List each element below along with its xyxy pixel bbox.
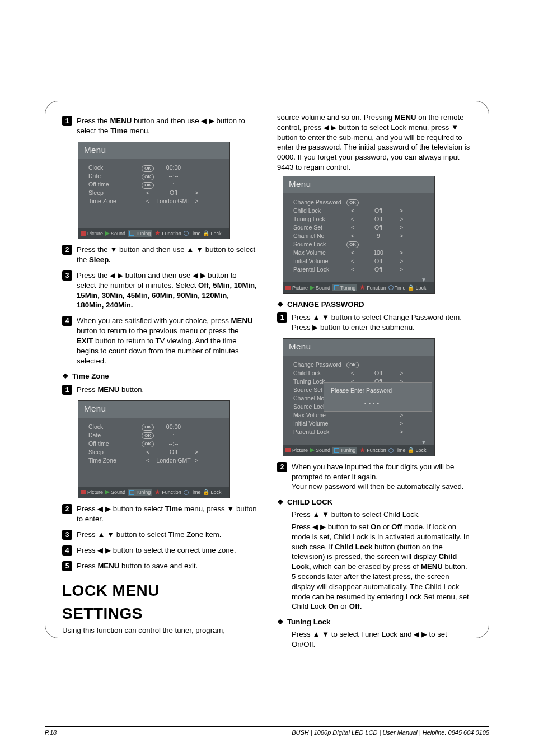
osd-row: DateOK--:-- (88, 172, 223, 180)
step-number-icon: 1 (277, 312, 287, 323)
osd-row: Parental Lock> (293, 427, 428, 436)
osd-row: ClockOK00:00 (88, 422, 223, 431)
lock-intro-tail: Using this function can control the tune… (62, 626, 257, 636)
osd-row: Off timeOK--:-- (88, 439, 223, 447)
osd-row: Change PasswordOK (293, 360, 428, 368)
step-2: 2 Press the ▼ button and then use ▲ ▼ bu… (62, 245, 257, 265)
osd-row: Time Zone<London GMT> (88, 197, 223, 206)
osd-row: Max Volume<100> (293, 248, 428, 256)
page-footer: P.18 BUSH | 1080p Digital LED LCD | User… (45, 726, 489, 736)
right-column: source volume and so on. Pressing MENU o… (277, 113, 472, 627)
overlay-value: ---- (331, 399, 415, 407)
osd-row: Max Volume> (293, 410, 428, 419)
osd-footer-sound: Sound (310, 447, 330, 454)
subhead-tuning-lock: Tuning Lock (277, 617, 472, 627)
osd-row: Time Zone<London GMT> (88, 456, 223, 464)
page-content-frame: 1 Press the MENU button and then use ◀ ▶… (45, 101, 489, 638)
tz-step-3: 3 Press ▲ ▼ button to select Time Zone i… (62, 530, 257, 540)
step-number-icon: 4 (62, 545, 72, 556)
heading-settings: SETTINGS (62, 603, 257, 624)
osd-footer-time: Time (184, 230, 201, 237)
osd-footer-picture: Picture (285, 447, 308, 454)
step-number-icon: 1 (62, 116, 72, 126)
osd-footer-picture: Picture (81, 489, 103, 496)
footer-text: BUSH | 1080p Digital LED LCD | User Manu… (292, 729, 489, 736)
left-column: 1 Press the MENU button and then use ◀ ▶… (62, 113, 257, 627)
subhead-child-lock: CHILD LOCK (277, 497, 472, 507)
osd-row: Initial Volume<Off> (293, 256, 428, 265)
osd-footer-sound: Sound (105, 489, 125, 496)
osd-footer-function: ★Function (359, 284, 386, 291)
child-lock-line1: Press ▲ ▼ button to select Child Lock. (292, 510, 472, 520)
osd-title: Menu (283, 176, 434, 193)
osd-row: Change PasswordOK (293, 198, 428, 206)
osd-row: Tuning Lock<Off> (293, 214, 428, 223)
subhead-change-password: CHANGE PASSWORD (277, 300, 472, 310)
osd-lock-menu-password: Menu Change PasswordOKChild Lock<Off>Tun… (283, 338, 435, 456)
step-3: 3 Press the ◀ ▶ button and then use ◀ ▶ … (62, 270, 257, 310)
osd-row: Off timeOK--:-- (88, 180, 223, 189)
osd-footer-tuning: Tuning (128, 230, 152, 237)
step-number-icon: 2 (62, 245, 72, 255)
step-number-icon: 5 (62, 561, 72, 571)
osd-row: DateOK--:-- (88, 431, 223, 439)
osd-footer-tuning: Tuning (128, 489, 152, 496)
step-4: 4 When you are satisfied with your choic… (62, 316, 257, 366)
osd-row: Parental Lock<Off> (293, 265, 428, 273)
tz-step-5: 5 Press MENU button to save and exit. (62, 561, 257, 571)
osd-title: Menu (78, 401, 229, 418)
page-number: P.18 (45, 729, 57, 736)
osd-footer-tuning: Tuning (332, 447, 357, 454)
osd-row: Initial Volume> (293, 419, 428, 427)
osd-footer-tuning: Tuning (332, 284, 357, 291)
osd-footer-picture: Picture (285, 284, 308, 291)
osd-footer-function: ★Function (154, 230, 181, 237)
osd-row: Sleep<Off> (88, 447, 223, 456)
tz-step-1: 1 Press MENU button. (62, 385, 257, 395)
osd-footer-picture: Picture (81, 230, 103, 237)
step-number-icon: 3 (62, 530, 72, 540)
osd-footer-function: ★Function (154, 489, 181, 496)
osd-footer-time: Time (184, 489, 201, 496)
osd-title: Menu (78, 142, 229, 159)
password-overlay: Please Enter Password ---- (324, 382, 432, 412)
osd-row: Child Lock<Off> (293, 206, 428, 214)
osd-footer-time: Time (388, 447, 406, 454)
step-number-icon: 3 (62, 270, 72, 281)
cp-step-2: 2 When you have inputted the four digits… (277, 462, 472, 492)
tz-step-2: 2 Press ◀ ▶ button to select Time menu, … (62, 504, 257, 524)
osd-row: ClockOK00:00 (88, 164, 223, 172)
step-number-icon: 2 (277, 462, 287, 472)
osd-footer-sound: Sound (105, 230, 125, 237)
cp-step-1: 1 Press ▲ ▼ button to select Change Pass… (277, 312, 472, 333)
osd-row: Child Lock<Off> (293, 368, 428, 377)
step-number-icon: 2 (62, 504, 72, 514)
osd-row: Channel No<9> (293, 231, 428, 240)
step-number-icon: 1 (62, 385, 72, 395)
step-1: 1 Press the MENU button and then use ◀ ▶… (62, 116, 257, 136)
osd-footer-lock: 🔒Lock (203, 230, 221, 237)
lock-intro: source volume and so on. Pressing MENU o… (277, 113, 472, 172)
tz-step-4: 4 Press ◀ ▶ button to select the correct… (62, 545, 257, 556)
heading-lock-menu: LOCK MENU (62, 580, 257, 601)
osd-time-menu-1: Menu ClockOK00:00DateOK--:--Off timeOK--… (78, 142, 230, 240)
osd-time-menu-2: Menu ClockOK00:00DateOK--:--Off timeOK--… (78, 400, 230, 498)
osd-footer-lock: 🔒Lock (203, 488, 221, 496)
osd-row: Source LockOK (293, 240, 428, 248)
osd-footer-lock: 🔒Lock (407, 284, 426, 292)
tuning-lock-line: Press ▲ ▼ to select Tuner Lock and ◀ ▶ t… (292, 629, 472, 650)
child-lock-para: Press ◀ ▶ button to set On or Off mode. … (292, 522, 472, 612)
osd-footer-lock: 🔒Lock (407, 446, 426, 454)
subhead-time-zone: Time Zone (62, 371, 257, 381)
osd-lock-menu: Menu Change PasswordOKChild Lock<Off>Tun… (283, 176, 435, 294)
osd-footer-sound: Sound (310, 284, 330, 291)
osd-footer-function: ★Function (359, 447, 386, 454)
osd-title: Menu (283, 339, 434, 356)
osd-footer-time: Time (388, 284, 406, 291)
step-number-icon: 4 (62, 316, 72, 326)
osd-row: Source Set<Off> (293, 223, 428, 231)
osd-row: Sleep<Off> (88, 189, 223, 197)
overlay-title: Please Enter Password (331, 386, 415, 394)
